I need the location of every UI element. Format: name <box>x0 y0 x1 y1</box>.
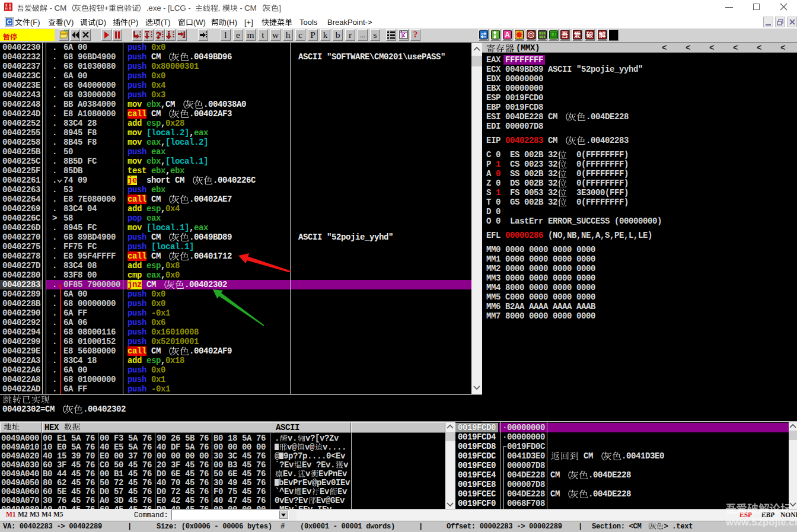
svg-text:101: 101 <box>539 35 546 39</box>
svg-text:C: C <box>7 18 12 26</box>
svg-text:A: A <box>505 31 510 39</box>
